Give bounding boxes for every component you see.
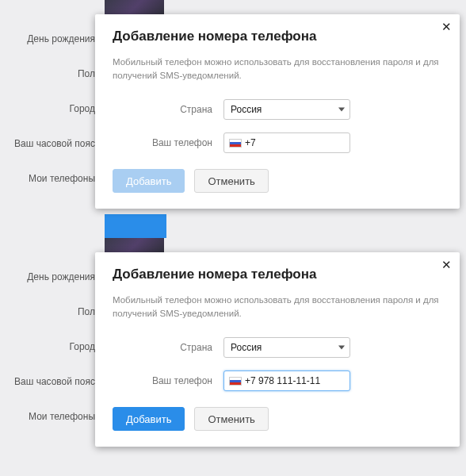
sidebar: День рождения Пол Город Ваш часовой пояс… — [0, 0, 103, 238]
sidebar-item-birthday[interactable]: День рождения — [0, 27, 103, 51]
phone-value: +7 — [245, 137, 345, 148]
country-select-value: Россия — [231, 342, 262, 353]
sidebar-item-timezone[interactable]: Ваш часовой пояс — [0, 370, 103, 393]
phone-label: Ваш телефон — [113, 375, 223, 386]
flag-russia-icon — [229, 377, 242, 386]
avatar-thumb — [105, 238, 164, 254]
cancel-button[interactable]: Отменить — [194, 169, 268, 193]
sidebar-item-city[interactable]: Город — [0, 97, 103, 121]
chevron-down-icon — [338, 346, 345, 350]
sidebar-item-gender[interactable]: Пол — [0, 62, 103, 86]
close-icon[interactable]: ✕ — [441, 259, 452, 271]
phone-input[interactable]: +7 978 111-11-11 — [223, 370, 350, 391]
modal-title: Добавление номера телефона — [113, 29, 442, 44]
phone-value: +7 978 111-11-11 — [245, 375, 345, 386]
country-label: Страна — [113, 342, 223, 353]
sidebar-item-phones[interactable]: Мои телефоны — [0, 405, 103, 428]
add-button: Добавить — [113, 169, 185, 193]
modal-description: Мобильный телефон можно использовать для… — [113, 56, 442, 82]
flag-russia-icon — [229, 139, 242, 148]
phone-label: Ваш телефон — [113, 137, 223, 148]
modal-description: Мобильный телефон можно использовать для… — [113, 294, 442, 320]
sidebar-item-timezone[interactable]: Ваш часовой пояс — [0, 132, 103, 155]
add-phone-modal: ✕ Добавление номера телефона Мобильный т… — [95, 252, 460, 447]
country-select-value: Россия — [231, 104, 262, 115]
cancel-button[interactable]: Отменить — [194, 407, 268, 431]
add-button[interactable]: Добавить — [113, 407, 185, 431]
sidebar-item-birthday[interactable]: День рождения — [0, 265, 103, 289]
sidebar-item-phones[interactable]: Мои телефоны — [0, 167, 103, 190]
close-icon[interactable]: ✕ — [441, 21, 452, 33]
modal-title: Добавление номера телефона — [113, 267, 442, 282]
background-button — [105, 214, 166, 238]
country-select[interactable]: Россия — [223, 99, 350, 120]
add-phone-modal: ✕ Добавление номера телефона Мобильный т… — [95, 14, 460, 209]
sidebar: День рождения Пол Город Ваш часовой пояс… — [0, 238, 103, 476]
sidebar-item-gender[interactable]: Пол — [0, 300, 103, 324]
country-select[interactable]: Россия — [223, 337, 350, 358]
country-label: Страна — [113, 104, 223, 115]
phone-input[interactable]: +7 — [223, 132, 350, 153]
chevron-down-icon — [338, 108, 345, 112]
sidebar-item-city[interactable]: Город — [0, 335, 103, 359]
avatar-thumb — [105, 0, 164, 16]
